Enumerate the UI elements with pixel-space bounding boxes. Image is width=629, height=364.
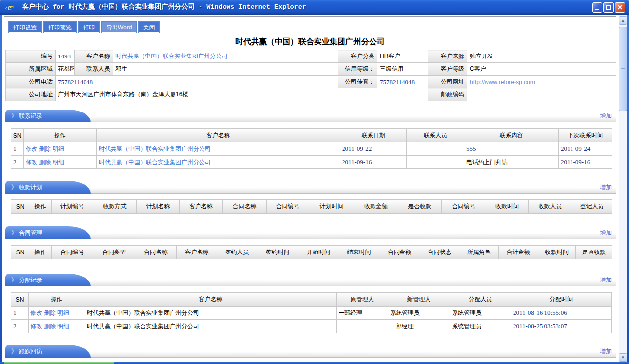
- section-marker: 》: [11, 348, 19, 355]
- op-link-2[interactable]: 明细: [57, 323, 69, 330]
- section-strip-contract-management: 增加: [68, 226, 616, 239]
- minimize-button[interactable]: [592, 2, 602, 13]
- section-payment-plans: 》 收款计划增加SN操作计划编号收款方式计划名称客户名称合同名称合同编号计划时间…: [4, 181, 616, 214]
- info-row: 编号1493客户名称时代共赢（中国）联合实业集团广州分公司客户分类HR客户客户来…: [6, 50, 616, 63]
- table-cell: 一部经理: [388, 320, 450, 333]
- cell-link[interactable]: 时代共赢（中国）联合实业集团广州分公司: [99, 159, 211, 166]
- scroll-up-button[interactable]: ▲: [619, 16, 627, 25]
- toolbar: 打印设置打印预览打印导出Word关闭: [4, 17, 616, 33]
- column-header: 联系人员: [407, 129, 464, 142]
- column-header: 分配人员: [450, 293, 511, 307]
- cell-link[interactable]: 时代共赢（中国）联合实业集团广州分公司: [115, 53, 228, 59]
- toolbar-button-2[interactable]: 打印: [78, 21, 100, 33]
- column-header: 结束时间: [339, 246, 379, 259]
- column-header: 操作: [29, 246, 52, 259]
- column-header: 合同编号: [52, 246, 93, 259]
- bottom-border: [0, 362, 629, 364]
- info-value: http://www.refore-sp.com: [467, 76, 616, 88]
- customer-info-table: 编号1493客户名称时代共赢（中国）联合实业集团广州分公司客户分类HR客户客户来…: [5, 50, 616, 101]
- column-header: 收款时间: [486, 200, 529, 214]
- info-row: 所属区域花都区联系人员邓生信用等级：三级信用客户等级C客户: [6, 63, 616, 76]
- info-label: 客户来源: [428, 50, 467, 63]
- info-label: 联系人员: [75, 63, 113, 76]
- add-link-contract-management[interactable]: 增加: [600, 229, 612, 236]
- op-link-0[interactable]: 修改: [30, 323, 42, 330]
- info-label: 编号: [6, 50, 56, 63]
- column-header: 客户名称: [85, 293, 337, 307]
- toolbar-button-4[interactable]: 关闭: [138, 21, 160, 33]
- table-assignment-records: SN操作客户名称原管理人新管理人分配人员分配时间1修改 删除 明细时代共赢（中国…: [11, 292, 612, 333]
- section-title: 合同管理: [19, 229, 42, 236]
- scroll-thumb[interactable]: [619, 27, 627, 111]
- op-link-0[interactable]: 修改: [26, 159, 37, 166]
- op-link-2[interactable]: 明细: [57, 309, 69, 316]
- toolbar-button-3[interactable]: 导出Word: [101, 21, 137, 33]
- column-header: SN: [11, 246, 29, 259]
- section-contract-management: 》 合同管理增加SN操作合同编号合同类型合同名称客户名称签约人员签约时间开始时间…: [4, 226, 616, 259]
- column-header: 计划名称: [137, 200, 180, 214]
- section-contact-records: 》 联系记录增加SN操作客户名称联系日期联系人员联系内容下次联系时间1修改 删除…: [4, 110, 616, 169]
- toolbar-button-1[interactable]: 打印预览: [43, 21, 77, 33]
- info-value: 75782114048: [56, 76, 338, 88]
- column-header: 签约时间: [257, 246, 298, 259]
- section-tab-contract-management: 》 合同管理: [5, 226, 68, 239]
- sections: 》 联系记录增加SN操作客户名称联系日期联系人员联系内容下次联系时间1修改 删除…: [4, 110, 616, 358]
- section-title: 跟踪回访: [19, 348, 42, 355]
- column-header: 所属角色: [459, 246, 499, 259]
- section-strip-contact-records: 增加: [68, 110, 616, 122]
- column-header: 合计金额: [499, 246, 538, 259]
- column-header: 收款人员: [529, 200, 572, 214]
- table-cell: 系统管理员: [450, 320, 511, 333]
- scroll-down-button[interactable]: ▼: [619, 353, 627, 362]
- column-header: 联系内容: [464, 129, 559, 142]
- section-bar-contact-records: 》 联系记录增加: [5, 110, 616, 122]
- info-value: C客户: [467, 63, 616, 76]
- column-header: 是否收款: [398, 200, 442, 214]
- add-link-contact-records[interactable]: 增加: [600, 112, 612, 119]
- op-link-2[interactable]: 明细: [53, 145, 64, 152]
- op-link-1[interactable]: 删除: [39, 159, 51, 166]
- close-button[interactable]: ✕: [615, 2, 625, 13]
- header-row: SN操作客户名称原管理人新管理人分配人员分配时间: [11, 293, 612, 307]
- table-row: 1修改 删除 明细时代共赢（中国）联合实业集团广州分公司2011-09-2255…: [11, 142, 612, 156]
- column-header: 合同类型: [93, 246, 135, 259]
- table-cell: 555: [464, 142, 559, 156]
- column-header: SN: [11, 129, 24, 142]
- table-cell: 修改 删除 明细: [24, 156, 97, 169]
- info-value: 花都区: [56, 63, 75, 76]
- table-cell: 2011-09-22: [340, 142, 407, 156]
- column-header: 计划编号: [52, 200, 93, 214]
- column-header: 收款金额: [354, 200, 398, 214]
- op-link-2[interactable]: 明细: [53, 159, 64, 166]
- op-link-0[interactable]: 修改: [30, 309, 42, 316]
- op-link-0[interactable]: 修改: [26, 145, 37, 152]
- info-value: HR客户: [377, 50, 428, 63]
- table-cell: 修改 删除 明细: [29, 320, 85, 333]
- cell-link[interactable]: http://www.refore-sp.com: [470, 79, 535, 85]
- table-cell: 时代共赢（中国）联合实业集团广州分公司: [85, 307, 337, 320]
- section-strip-assignment-records: 增加: [68, 274, 616, 286]
- section-bar-follow-up: 》 跟踪回访增加: [5, 345, 616, 358]
- info-value: 时代共赢（中国）联合实业集团广州分公司: [113, 50, 338, 63]
- info-value: 1493: [56, 50, 75, 63]
- table-cell: 2011-08-25 03:53:07: [511, 320, 612, 333]
- vertical-scrollbar[interactable]: ▲ ▼: [619, 15, 627, 362]
- maximize-button[interactable]: [603, 2, 614, 13]
- add-link-follow-up[interactable]: 增加: [600, 348, 612, 355]
- table-cell: 2011-09-16: [559, 156, 612, 169]
- op-link-1[interactable]: 删除: [44, 323, 56, 330]
- op-link-1[interactable]: 删除: [39, 145, 51, 152]
- table-cell: 2: [11, 320, 29, 333]
- add-link-payment-plans[interactable]: 增加: [600, 184, 612, 191]
- toolbar-button-0[interactable]: 打印设置: [8, 21, 42, 33]
- column-header: SN: [11, 200, 29, 214]
- section-bar-payment-plans: 》 收款计划增加: [5, 181, 616, 194]
- cell-link[interactable]: 时代共赢（中国）联合实业集团广州分公司: [99, 145, 211, 152]
- op-link-1[interactable]: 删除: [44, 309, 56, 316]
- section-title: 联系记录: [19, 112, 42, 119]
- section-title: 分配记录: [19, 277, 42, 283]
- table-cell: 1: [11, 142, 24, 156]
- add-link-assignment-records[interactable]: 增加: [600, 277, 612, 283]
- page-title: 时代共赢（中国）联合实业集团广州分公司: [4, 36, 616, 47]
- column-header: 操作: [29, 200, 52, 214]
